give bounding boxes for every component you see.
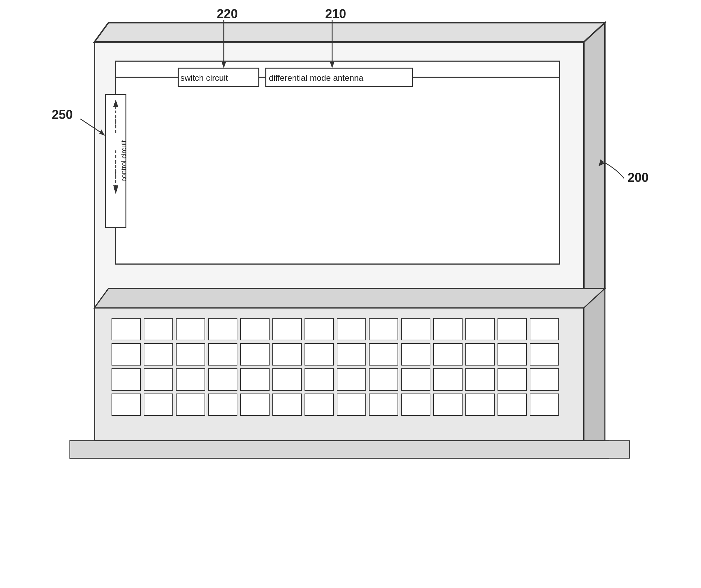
- svg-rect-78: [434, 394, 462, 416]
- svg-rect-40: [112, 343, 141, 365]
- svg-rect-35: [401, 318, 430, 340]
- svg-rect-53: [530, 343, 559, 365]
- svg-rect-79: [466, 394, 494, 416]
- svg-rect-66: [498, 369, 527, 390]
- svg-rect-38: [498, 318, 527, 340]
- svg-rect-51: [466, 343, 494, 365]
- control-circuit-text: control circuit: [120, 140, 128, 182]
- svg-rect-75: [337, 394, 366, 416]
- svg-rect-46: [305, 343, 334, 365]
- svg-rect-59: [273, 369, 301, 390]
- antenna-text: differential mode antenna: [269, 73, 364, 83]
- svg-marker-19: [94, 289, 605, 308]
- svg-marker-20: [584, 289, 605, 441]
- switch-circuit-text: switch circuit: [180, 73, 228, 83]
- svg-rect-60: [305, 369, 334, 390]
- svg-rect-63: [401, 369, 430, 390]
- svg-rect-49: [401, 343, 430, 365]
- svg-rect-34: [369, 318, 398, 340]
- ref-210-label: 210: [325, 7, 346, 21]
- svg-rect-50: [434, 343, 462, 365]
- svg-rect-74: [305, 394, 334, 416]
- svg-rect-52: [498, 343, 527, 365]
- svg-marker-2: [584, 23, 605, 308]
- svg-rect-73: [273, 394, 301, 416]
- svg-rect-76: [369, 394, 398, 416]
- svg-rect-39: [530, 318, 559, 340]
- svg-rect-58: [241, 369, 269, 390]
- svg-marker-1: [94, 23, 605, 42]
- ref-220-label: 220: [217, 7, 238, 21]
- svg-rect-41: [144, 343, 173, 365]
- svg-rect-48: [369, 343, 398, 365]
- svg-rect-57: [208, 369, 237, 390]
- svg-rect-31: [273, 318, 301, 340]
- svg-rect-44: [241, 343, 269, 365]
- ref-250-label: 250: [52, 107, 73, 122]
- svg-rect-33: [337, 318, 366, 340]
- svg-rect-68: [112, 394, 141, 416]
- svg-rect-65: [466, 369, 494, 390]
- svg-rect-61: [337, 369, 366, 390]
- svg-rect-77: [401, 394, 430, 416]
- svg-rect-4: [115, 61, 559, 264]
- svg-rect-29: [208, 318, 237, 340]
- svg-rect-42: [176, 343, 205, 365]
- svg-rect-64: [434, 369, 462, 390]
- svg-rect-36: [434, 318, 462, 340]
- svg-rect-26: [112, 318, 141, 340]
- svg-rect-72: [241, 394, 269, 416]
- svg-rect-80: [498, 394, 527, 416]
- ref-200-label: 200: [628, 170, 649, 185]
- svg-rect-67: [530, 369, 559, 390]
- svg-rect-62: [369, 369, 398, 390]
- svg-rect-55: [144, 369, 173, 390]
- svg-rect-32: [305, 318, 334, 340]
- svg-rect-56: [176, 369, 205, 390]
- svg-rect-47: [337, 343, 366, 365]
- svg-rect-27: [144, 318, 173, 340]
- svg-rect-71: [208, 394, 237, 416]
- svg-rect-81: [530, 394, 559, 416]
- svg-rect-54: [112, 369, 141, 390]
- svg-rect-69: [144, 394, 173, 416]
- svg-rect-43: [208, 343, 237, 365]
- svg-rect-70: [176, 394, 205, 416]
- svg-marker-25: [70, 441, 629, 458]
- svg-rect-30: [241, 318, 269, 340]
- main-diagram-svg: 200 210 220 250 switch circuit different…: [0, 0, 701, 588]
- svg-rect-45: [273, 343, 301, 365]
- diagram-container: 200 210 220 250 switch circuit different…: [0, 0, 701, 588]
- svg-rect-28: [176, 318, 205, 340]
- svg-rect-37: [466, 318, 494, 340]
